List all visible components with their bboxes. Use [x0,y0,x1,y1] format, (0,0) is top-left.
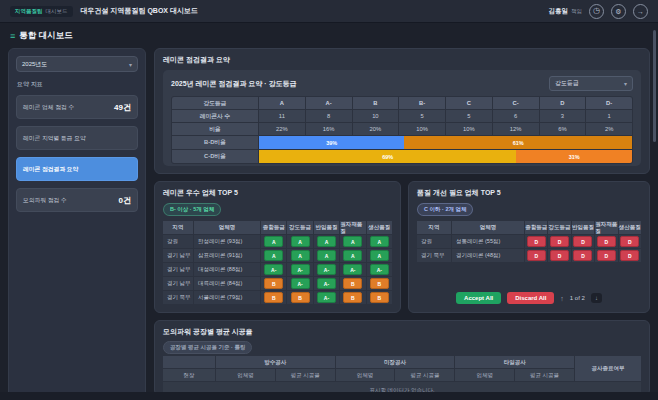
sidebar-item-value: 0건 [119,195,131,206]
top5-column-header: 반입품질 [314,221,339,234]
pager-up-icon[interactable]: ↑ [560,295,564,302]
summary-subtitle: 2025년 레미콘 점검결과 요약 · 강도등급 [171,79,297,89]
discard-all-button[interactable]: Discard All [507,292,554,304]
top5-company-cell: 서울레미콘 (79점) [194,291,260,304]
factory-group-header: 방수공사 [216,356,335,368]
grade-badge: A [343,236,362,247]
count-cell: 3 [540,110,586,122]
top5-grade-cell: A [261,249,286,262]
top5-grade-cell: D [548,235,570,248]
factory-card-title: 모의파워 공장별 평균 시공율 [163,327,253,337]
factory-group-header: 미장공사 [336,356,455,368]
grade-badge: A [317,250,336,261]
team-badge-primary: 지역품질팀 [15,8,43,15]
ratio-row-label: 비율 [172,123,258,135]
page-body: ≡ 통합 대시보드 2025년도 ▾ 요약 지표 레미콘 업체 점검 수49건레… [0,23,658,400]
sidebar-item[interactable]: 레미콘 점검결과 요약 [16,157,138,181]
count-cell: 6 [493,110,539,122]
year-select[interactable]: 2025년도 ▾ [16,56,138,72]
pager-down-icon[interactable]: ↓ [591,293,602,303]
settings-gear-icon[interactable]: ⚙ [611,4,626,19]
grade-badge: B [264,292,283,303]
top5-grade-cell: A [367,235,392,248]
sidebar-item[interactable]: 모의파워 점검 수0건 [16,188,138,212]
grade-badge: A- [317,278,336,289]
bd-ratio-bar: 39%61% [259,136,632,149]
page-heading: ≡ 통합 대시보드 [10,30,650,42]
top5-grade-cell: B [367,277,392,290]
top5-column-header: 종합등급 [525,221,547,234]
bd-ratio-segment: 39% [259,136,404,149]
count-cell: 11 [259,110,305,122]
cd-ratio-segment: 69% [259,150,516,163]
cd-ratio-segment: 31% [516,150,632,163]
top5-company-cell: 성동레미콘 (55점) [452,235,524,248]
factory-sub-header: 평균 시공율 [276,369,335,381]
grade-badge: D [620,250,639,261]
accept-all-button[interactable]: Accept All [456,292,501,304]
sidebar-item-label: 레미콘 지역별 등급 요약 [23,134,86,143]
ratio-cell: 2% [586,123,632,135]
grade-badge: A- [317,264,336,275]
grade-filter-select[interactable]: 강도등급 ▾ [549,76,633,91]
top5-grade-cell: A- [340,263,365,276]
top5-grade-cell: A- [314,277,339,290]
logout-icon[interactable]: → [633,4,648,19]
top5-grade-cell: D [595,235,617,248]
top5-grade-cell: B [261,291,286,304]
top5-grade-cell: B [287,291,312,304]
count-cell: 1 [586,110,632,122]
top5-grade-cell: A [314,235,339,248]
count-row-label: 레미콘사 수 [172,110,258,122]
top5-region-cell: 경기 남부 [163,277,193,290]
ratio-cell: 10% [446,123,492,135]
grade-column-header: C- [493,97,539,109]
top5-grade-cell: A- [287,277,312,290]
clock-glyph: ◷ [593,7,600,15]
factory-last-column-header: 공사종료여부 [575,356,641,381]
top5-grade-cell: A- [261,263,286,276]
factory-site-header: 현장 [163,369,215,381]
grade-badge: D [527,236,546,247]
top5-worst-footer: Accept All Discard All ↑ 1 of 2 ↓ [417,288,641,306]
top5-column-header: 업체명 [194,221,260,234]
top5-grade-cell: D [572,235,594,248]
factory-rate-card: 모의파워 공장별 평균 시공율 공장별 평균 시공율 기준 · 롤링 방수공사미… [154,320,650,396]
gear-glyph: ⚙ [615,8,621,15]
page-footer [0,392,658,400]
grade-badge: A [370,236,389,247]
grade-column-header: B [353,97,399,109]
top5-column-header: 반입품질 [572,221,594,234]
sidebar-section-label: 요약 지표 [17,80,138,89]
top5-region-cell: 강원 [417,235,451,248]
top5-company-cell: 대륙레미콘 (84점) [194,277,260,290]
clock-icon[interactable]: ◷ [589,4,604,19]
top5-best-card: 레미콘 우수 업체 TOP 5 B- 이상 · 5개 업체 지역업체명종합등급강… [154,181,401,313]
factory-sub-header: 평균 시공율 [395,369,454,381]
top5-grade-cell: A- [314,291,339,304]
grade-badge: B [370,292,389,303]
grade-badge: D [573,250,592,261]
top5-grade-cell: D [572,249,594,262]
factory-sub-header: 업체명 [336,369,395,381]
grade-badge: A [264,250,283,261]
sidebar-item[interactable]: 레미콘 지역별 등급 요약 [16,126,138,150]
grade-column-header: B- [399,97,445,109]
top5-column-header: 업체명 [452,221,524,234]
grade-badge: D [550,236,569,247]
scrollbar[interactable] [653,30,656,142]
ratio-cell: 16% [306,123,352,135]
top5-grade-cell: D [525,235,547,248]
top5-company-cell: 한성레미콘 (93점) [194,235,260,248]
sidebar-item[interactable]: 레미콘 업체 점검 수49건 [16,95,138,119]
grade-badge: B [291,292,310,303]
sidebar-item-label: 모의파워 점검 수 [23,196,67,205]
factory-group-header: 타일공사 [455,356,574,368]
page-title: 통합 대시보드 [19,30,72,42]
top5-best-chip: B- 이상 · 5개 업체 [163,203,221,216]
top5-column-header: 지역 [163,221,193,234]
grade-badge: A- [291,264,310,275]
grade-badge: D [573,236,592,247]
grade-column-header: D [540,97,586,109]
factory-corner-cell [163,356,215,368]
